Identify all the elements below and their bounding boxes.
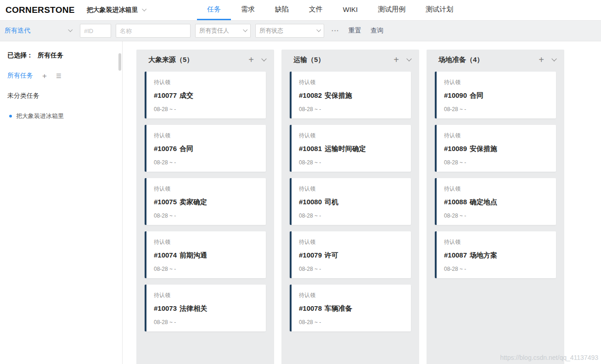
- task-date-range: 08-28 ~ -: [444, 213, 549, 219]
- nav-tabs: 任务 需求 缺陷 文件 WIKI 测试用例 测试计划: [197, 0, 464, 20]
- task-date-range: 08-28 ~ -: [299, 266, 404, 272]
- top-header: CORNERSTONE 把大象装进冰箱里 任务 需求 缺陷 文件 WIKI 测试…: [0, 0, 601, 20]
- task-card[interactable]: 待认领 #10081运输时间确定 08-28 ~ -: [290, 125, 411, 172]
- iteration-select[interactable]: 所有迭代: [5, 27, 74, 35]
- column-header: 运输（5） +: [281, 50, 419, 70]
- task-card[interactable]: 待认领 #10073法律相关 08-28 ~ -: [145, 285, 266, 331]
- task-status: 待认领: [154, 238, 258, 246]
- card-list: 待认领 #10090合同 08-28 ~ - 待认领 #10089安保措施 08…: [427, 70, 564, 278]
- column-header: 场地准备（4） +: [427, 50, 564, 70]
- task-title: 确定地点: [470, 198, 497, 206]
- board-column: 运输（5） + 待认领 #10082安保措施 08-28 ~ - 待认领 #10…: [281, 50, 419, 364]
- task-status: 待认领: [154, 291, 258, 299]
- task-id: #10080: [299, 198, 322, 206]
- task-date-range: 08-28 ~ -: [154, 266, 258, 272]
- assignee-select[interactable]: 所有责任人: [195, 24, 251, 38]
- sidebar: 已选择：所有任务 所有任务 + ☰ 未分类任务 把大象装进冰箱里: [0, 41, 123, 364]
- task-status: 待认领: [154, 185, 258, 193]
- task-card[interactable]: 待认领 #10089安保措施 08-28 ~ -: [435, 125, 556, 172]
- task-title: 安保措施: [325, 91, 352, 99]
- task-title: 法律相关: [180, 304, 207, 312]
- collapse-column-icon[interactable]: [551, 56, 556, 61]
- task-date-range: 08-28 ~ -: [444, 266, 549, 272]
- task-status: 待认领: [299, 238, 404, 246]
- task-status: 待认领: [444, 78, 549, 86]
- task-id: #10077: [154, 91, 177, 99]
- task-id: #10088: [444, 198, 467, 206]
- reset-button[interactable]: 重置: [348, 27, 361, 35]
- task-status: 待认领: [154, 78, 258, 86]
- task-id: #10090: [444, 91, 467, 99]
- tab-wiki[interactable]: WIKI: [333, 0, 368, 20]
- task-card[interactable]: 待认领 #10074前期沟通 08-28 ~ -: [145, 231, 266, 278]
- sidebar-item-uncategorized[interactable]: 未分类任务: [7, 92, 115, 100]
- task-id: #10076: [154, 145, 177, 152]
- task-card[interactable]: 待认领 #10087场地方案 08-28 ~ -: [435, 231, 556, 278]
- tab-test-cases[interactable]: 测试用例: [368, 0, 416, 20]
- task-status: 待认领: [444, 132, 549, 140]
- task-id: #10081: [299, 145, 322, 152]
- task-card[interactable]: 待认领 #10082安保措施 08-28 ~ -: [290, 72, 411, 118]
- chevron-down-icon: [316, 28, 321, 32]
- add-card-icon[interactable]: +: [539, 55, 544, 64]
- tab-tasks[interactable]: 任务: [197, 0, 231, 20]
- task-card[interactable]: 待认领 #10077成交 08-28 ~ -: [145, 72, 266, 118]
- task-card[interactable]: 待认领 #10078车辆准备 08-28 ~ -: [290, 285, 411, 331]
- bullet-dot-icon: [9, 115, 12, 118]
- task-title: 安保措施: [470, 145, 497, 152]
- more-filters-button[interactable]: ···: [331, 27, 339, 34]
- column-title: 运输（5）: [293, 56, 325, 64]
- tab-defects[interactable]: 缺陷: [265, 0, 299, 20]
- task-card[interactable]: 待认领 #10075卖家确定 08-28 ~ -: [145, 178, 266, 225]
- task-title: 合同: [470, 91, 483, 99]
- main-area: 已选择：所有任务 所有任务 + ☰ 未分类任务 把大象装进冰箱里 大象来源（5）…: [0, 41, 601, 364]
- task-title: 许可: [325, 251, 338, 259]
- id-input[interactable]: [80, 24, 111, 38]
- card-list: 待认领 #10082安保措施 08-28 ~ - 待认领 #10081运输时间确…: [281, 70, 419, 331]
- task-status: 待认领: [444, 238, 549, 246]
- task-status: 待认领: [299, 291, 404, 299]
- task-card[interactable]: 待认领 #10088确定地点 08-28 ~ -: [435, 178, 556, 225]
- task-id: #10079: [299, 251, 322, 259]
- selected-value: 所有任务: [38, 51, 63, 59]
- task-title: 合同: [180, 145, 193, 152]
- task-title: 场地方案: [470, 251, 497, 259]
- chevron-down-icon: [142, 7, 146, 11]
- tab-files[interactable]: 文件: [299, 0, 333, 20]
- status-select[interactable]: 所有状态: [255, 24, 324, 38]
- task-card[interactable]: 待认领 #10079许可 08-28 ~ -: [290, 231, 411, 278]
- iteration-select-value: 所有迭代: [5, 27, 30, 35]
- task-card[interactable]: 待认领 #10080司机 08-28 ~ -: [290, 178, 411, 225]
- task-title: 司机: [325, 198, 338, 206]
- sidebar-scrollbar[interactable]: [118, 53, 121, 71]
- column-title: 场地准备（4）: [438, 56, 483, 64]
- query-button[interactable]: 查询: [371, 27, 383, 35]
- task-card[interactable]: 待认领 #10076合同 08-28 ~ -: [145, 125, 266, 172]
- selected-label: 已选择：: [7, 51, 33, 59]
- selected-summary: 已选择：所有任务: [7, 51, 115, 60]
- project-selector[interactable]: 把大象装进冰箱里: [87, 6, 146, 14]
- app-logo: CORNERSTONE: [6, 5, 75, 15]
- collapse-column-icon[interactable]: [261, 56, 266, 61]
- chevron-down-icon: [68, 28, 73, 32]
- name-input[interactable]: [116, 24, 191, 38]
- tab-requirements[interactable]: 需求: [231, 0, 265, 20]
- add-card-icon[interactable]: +: [248, 55, 254, 64]
- sidebar-item-label: 把大象装进冰箱里: [16, 112, 64, 120]
- task-id: #10075: [154, 198, 177, 206]
- task-id: #10082: [299, 91, 322, 99]
- task-date-range: 08-28 ~ -: [299, 319, 404, 325]
- add-group-icon[interactable]: +: [42, 72, 47, 80]
- status-select-value: 所有状态: [259, 27, 283, 35]
- task-date-range: 08-28 ~ -: [154, 319, 258, 325]
- task-status: 待认领: [299, 78, 404, 86]
- task-status: 待认领: [154, 132, 258, 140]
- tab-test-plans[interactable]: 测试计划: [416, 0, 463, 20]
- list-menu-icon[interactable]: ☰: [56, 73, 62, 79]
- sidebar-item-all-tasks[interactable]: 所有任务: [7, 72, 33, 80]
- task-card[interactable]: 待认领 #10090合同 08-28 ~ -: [435, 72, 556, 118]
- add-card-icon[interactable]: +: [393, 55, 399, 64]
- collapse-column-icon[interactable]: [406, 56, 411, 61]
- filter-bar: 所有迭代 所有责任人 所有状态 ··· 重置 查询: [0, 20, 601, 41]
- sidebar-item-project-task[interactable]: 把大象装进冰箱里: [7, 112, 115, 120]
